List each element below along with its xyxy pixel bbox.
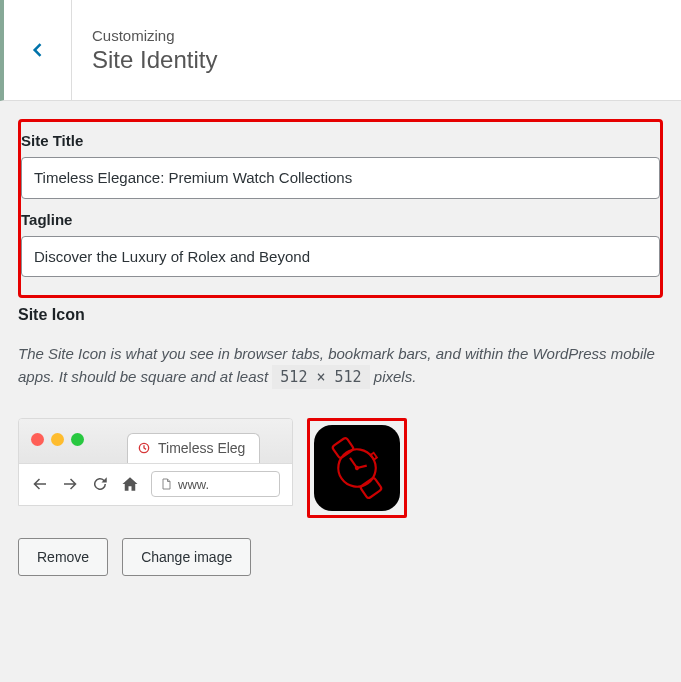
maximize-dot-icon bbox=[71, 433, 84, 446]
close-dot-icon bbox=[31, 433, 44, 446]
window-controls bbox=[31, 433, 84, 446]
reload-icon bbox=[91, 475, 109, 493]
svg-line-6 bbox=[357, 462, 367, 470]
favicon-icon bbox=[136, 440, 152, 456]
site-title-field: Site Title bbox=[21, 132, 660, 211]
site-icon-image bbox=[314, 425, 400, 511]
url-text: www. bbox=[178, 477, 209, 492]
minimize-dot-icon bbox=[51, 433, 64, 446]
browser-tab: Timeless Eleg bbox=[127, 433, 260, 463]
site-title-input[interactable] bbox=[21, 157, 660, 199]
url-field: www. bbox=[151, 471, 280, 497]
customizer-content: Site Title Tagline Site Icon The Site Ic… bbox=[0, 101, 681, 594]
browser-preview: Timeless Eleg www. bbox=[18, 418, 293, 506]
tagline-field: Tagline bbox=[21, 211, 660, 278]
site-title-label: Site Title bbox=[21, 132, 660, 149]
site-icon-buttons: Remove Change image bbox=[18, 538, 663, 576]
tagline-input[interactable] bbox=[21, 236, 660, 278]
browser-navbar: www. bbox=[19, 463, 292, 505]
chevron-left-icon bbox=[28, 40, 48, 60]
site-icon-description: The Site Icon is what you see in browser… bbox=[18, 342, 663, 390]
remove-button[interactable]: Remove bbox=[18, 538, 108, 576]
browser-tab-title: Timeless Eleg bbox=[158, 440, 245, 456]
highlighted-fields: Site Title Tagline bbox=[18, 119, 663, 298]
tagline-label: Tagline bbox=[21, 211, 660, 228]
site-icon-section-title: Site Icon bbox=[18, 306, 663, 324]
desc-text-after: pixels. bbox=[370, 368, 417, 385]
watch-icon bbox=[321, 432, 393, 504]
header-titles: Customizing Site Identity bbox=[72, 0, 237, 100]
change-image-button[interactable]: Change image bbox=[122, 538, 251, 576]
site-icon-preview-row: Timeless Eleg www. bbox=[18, 418, 663, 518]
page-icon bbox=[160, 477, 172, 491]
back-arrow-icon bbox=[31, 475, 49, 493]
breadcrumb: Customizing bbox=[92, 27, 217, 44]
svg-line-5 bbox=[350, 457, 357, 467]
page-title: Site Identity bbox=[92, 46, 217, 74]
svg-rect-7 bbox=[371, 452, 377, 459]
site-icon-dimensions: 512 × 512 bbox=[272, 365, 369, 389]
site-icon-preview bbox=[307, 418, 407, 518]
forward-arrow-icon bbox=[61, 475, 79, 493]
browser-tabbar: Timeless Eleg bbox=[19, 419, 292, 463]
home-icon bbox=[121, 475, 139, 493]
back-button[interactable] bbox=[4, 0, 72, 100]
customizer-header: Customizing Site Identity bbox=[0, 0, 681, 101]
